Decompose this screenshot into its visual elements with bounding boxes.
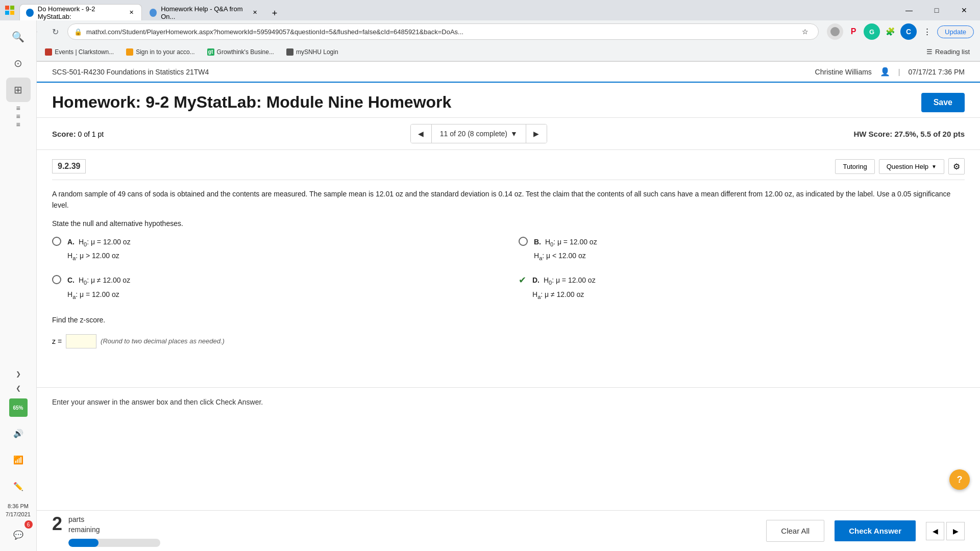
home-sidebar-icon[interactable]: ⊙	[6, 51, 31, 76]
speaker-icon[interactable]: 🔊	[6, 421, 31, 445]
bookmark-signin-label: Sign in to your acco...	[136, 48, 194, 56]
choice-b-text: B. H0: μ = 12.00 oz Ha: μ < 12.00 oz	[534, 236, 597, 264]
close-button[interactable]: ✕	[952, 2, 976, 18]
question-help-label: Question Help	[887, 163, 928, 170]
maximize-button[interactable]: □	[925, 2, 948, 18]
minimize-button[interactable]: —	[897, 2, 921, 18]
question-area: 9.2.39 Tutoring Question Help ▼ ⚙ A rand…	[37, 150, 980, 367]
score-row: Score: 0 of 1 pt ◀ 11 of 20 (8 complete)…	[37, 118, 980, 150]
choice-a-text: A. H0: μ = 12.00 oz Ha: μ > 12.00 oz	[67, 236, 131, 264]
tabs-area: Do Homework - 9-2 MyStatLab: ✕ Homework …	[19, 0, 893, 20]
question-progress: 11 of 20 (8 complete) ▼	[431, 124, 526, 143]
address-bar-row: ← → ↻ 🔒 mathxl.com/Student/PlayerHomewor…	[0, 20, 980, 43]
bottom-instruction: Enter your answer in the answer box and …	[37, 387, 980, 416]
bottom-bar: 2 partsremaining Clear All Check Answer …	[37, 510, 980, 551]
user-info: Christine Williams 👤 | 07/17/21 7:36 PM	[815, 67, 965, 77]
title-bar: Do Homework - 9-2 MyStatLab: ✕ Homework …	[0, 0, 980, 20]
left-sidebar: 🔍 ⊙ ⊞ ≡≡≡ ❯ ❮ 65% 🔊 📶 ✏️ 8:36 PM 7/17/20…	[0, 20, 37, 551]
address-text: mathxl.com/Student/PlayerHomework.aspx?h…	[86, 28, 794, 36]
more-options-icon[interactable]: ⋮	[919, 23, 935, 40]
choice-a[interactable]: A. H0: μ = 12.00 oz Ha: μ > 12.00 oz	[52, 236, 498, 264]
grammarly-icon[interactable]: G	[864, 23, 880, 40]
homework-header: Homework: 9-2 MyStatLab: Module Nine Hom…	[37, 83, 980, 118]
bookmark-events-label: Events | Clarkstown...	[55, 48, 114, 56]
tab-inactive[interactable]: Homework Help - Q&A from On... ✕	[143, 4, 265, 20]
zscore-input[interactable]	[66, 334, 96, 348]
main-content: SCS-501-R4230 Foundations in Statistics …	[37, 62, 980, 416]
checkmark-icon-d: ✔	[519, 274, 526, 286]
pinterest-icon[interactable]: P	[845, 23, 862, 40]
bookmark-signin[interactable]: Sign in to your acco...	[123, 46, 198, 58]
bookmark-events[interactable]: Events | Clarkstown...	[42, 46, 117, 58]
reading-list-icon: ☰	[926, 48, 933, 56]
extensions-icon[interactable]: 🧩	[882, 23, 898, 40]
svg-rect-2	[5, 11, 9, 15]
profile-icon[interactable]	[827, 23, 843, 40]
grid-sidebar-icon[interactable]: ⊞	[6, 78, 31, 102]
question-progress-text: 11 of 20 (8 complete)	[440, 130, 507, 138]
hypothesis-prompt: State the null and alternative hypothese…	[52, 219, 965, 228]
clock-date: 7/17/2021	[6, 511, 31, 518]
question-help-button[interactable]: Question Help ▼	[879, 159, 944, 174]
hw-score-display: HW Score: 27.5%, 5.5 of 20 pts	[853, 130, 965, 138]
divider: |	[898, 68, 900, 76]
radio-b[interactable]	[519, 237, 528, 246]
choices-grid: A. H0: μ = 12.00 oz Ha: μ > 12.00 oz B. …	[52, 236, 965, 302]
collapse-sidebar-btn[interactable]: ❮	[6, 382, 31, 394]
choice-b[interactable]: B. H0: μ = 12.00 oz Ha: μ < 12.00 oz	[519, 236, 965, 264]
address-bar[interactable]: 🔒 mathxl.com/Student/PlayerHomework.aspx…	[67, 23, 819, 40]
svg-point-4	[830, 27, 840, 36]
lines-sidebar-icon[interactable]: ≡≡≡	[6, 104, 31, 129]
choice-d[interactable]: ✔ D. H0: μ = 12.00 oz Ha: μ ≠ 12.00 oz	[519, 274, 965, 302]
chat-badge: 6	[24, 520, 33, 529]
progress-bar-fill	[68, 539, 99, 547]
choice-d-letter: D.	[532, 276, 540, 284]
chat-sidebar-icon[interactable]: 💬 6	[6, 522, 31, 547]
tab-label-2: Homework Help - Q&A from On...	[161, 5, 248, 20]
radio-c[interactable]	[52, 275, 61, 284]
help-bubble[interactable]: ?	[949, 469, 970, 490]
progress-dropdown-icon[interactable]: ▼	[510, 130, 518, 138]
tab-favicon-2	[150, 9, 157, 17]
tab-close-2[interactable]: ✕	[252, 9, 259, 17]
bookmark-snhu[interactable]: mySNHU Login	[283, 46, 341, 58]
bottom-prev-button[interactable]: ◀	[926, 522, 944, 540]
check-answer-button[interactable]: Check Answer	[835, 520, 916, 541]
next-question-button[interactable]: ▶	[526, 124, 547, 143]
reading-list-button[interactable]: ☰ Reading list	[922, 46, 974, 58]
radio-a[interactable]	[52, 237, 61, 246]
green-indicator[interactable]: 65%	[9, 398, 28, 417]
choice-c-letter: C.	[67, 276, 75, 284]
homework-title: Homework: 9-2 MyStatLab: Module Nine Hom…	[52, 93, 451, 112]
choice-c[interactable]: C. H0: μ ≠ 12.00 oz Ha: μ = 12.00 oz	[52, 274, 498, 302]
tab-close-1[interactable]: ✕	[128, 9, 135, 17]
score-label: Score:	[52, 130, 76, 138]
update-button[interactable]: Update	[937, 26, 974, 38]
refresh-button[interactable]: ↻	[47, 23, 63, 40]
user-profile-icon[interactable]: 👤	[880, 67, 890, 77]
svg-rect-1	[10, 6, 14, 10]
bottom-next-button[interactable]: ▶	[946, 522, 965, 540]
wifi-icon[interactable]: 📶	[6, 447, 31, 472]
search-sidebar-icon[interactable]: 🔍	[6, 24, 31, 49]
zscore-label: Find the z-score.	[52, 314, 965, 325]
bookmark-growthink[interactable]: gt Growthink's Busine...	[204, 46, 277, 58]
zscore-row: z = (Round to two decimal places as need…	[52, 334, 965, 348]
bookmark-star-icon[interactable]: ☆	[798, 24, 812, 39]
prev-question-button[interactable]: ◀	[411, 124, 431, 143]
windows-icon[interactable]	[4, 5, 15, 16]
clear-all-button[interactable]: Clear All	[766, 520, 824, 542]
settings-button[interactable]: ⚙	[948, 158, 965, 174]
tutoring-button[interactable]: Tutoring	[835, 159, 874, 174]
expand-sidebar-btn[interactable]: ❯	[6, 368, 31, 380]
save-button[interactable]: Save	[921, 93, 965, 112]
parts-info: 2 partsremaining	[52, 515, 160, 547]
pencil-icon[interactable]: ✏️	[6, 474, 31, 498]
new-tab-button[interactable]: +	[267, 6, 282, 20]
reading-list-label: Reading list	[935, 48, 970, 56]
svg-rect-0	[5, 6, 9, 10]
tab-active[interactable]: Do Homework - 9-2 MyStatLab: ✕	[19, 4, 142, 20]
user-avatar-icon[interactable]: C	[900, 23, 917, 40]
snhu-favicon	[286, 48, 293, 56]
score-value: 0 of 1 pt	[78, 130, 104, 138]
